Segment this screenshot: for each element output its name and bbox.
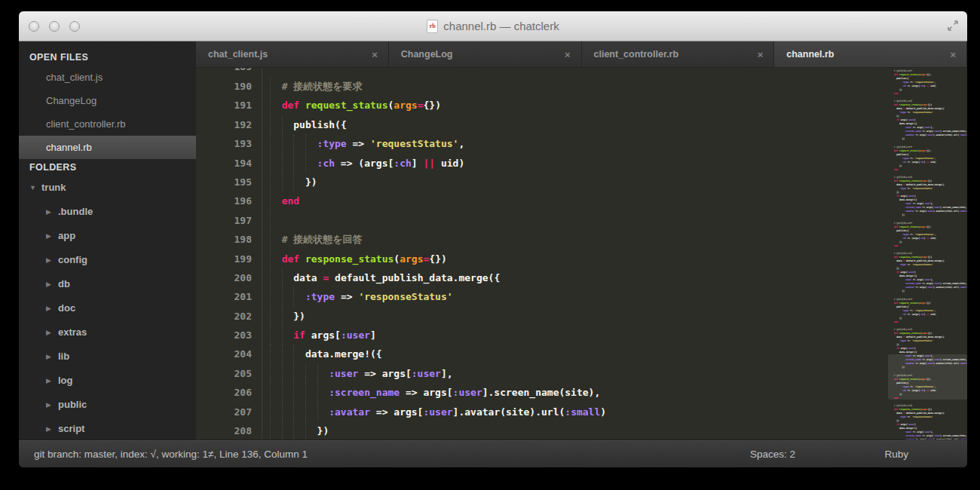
line-number: 206	[196, 383, 262, 402]
triangle-expanded-icon: ▼	[29, 176, 41, 200]
triangle-collapsed-icon: ▶	[46, 296, 58, 320]
code-line[interactable]: 192 publish({	[196, 115, 888, 134]
triangle-collapsed-icon: ▶	[46, 345, 58, 369]
folder-label: db	[58, 278, 70, 289]
tab-close-icon[interactable]: ×	[755, 49, 767, 60]
code-line[interactable]: 197	[196, 211, 888, 230]
sidebar-folder[interactable]: ▶config	[19, 248, 196, 272]
code-line[interactable]: 205 :user => args[:user],	[196, 364, 888, 383]
sidebar-folder[interactable]: ▶app	[19, 224, 196, 248]
triangle-collapsed-icon: ▶	[46, 272, 58, 296]
code-line[interactable]: 202 })	[196, 307, 888, 326]
indent-guide	[282, 268, 294, 287]
code-line[interactable]: 199 def response_status(args={})	[196, 250, 888, 268]
sidebar-folder[interactable]: ▶extras	[19, 320, 196, 345]
folder-label: lib	[58, 351, 69, 362]
indent-guide	[293, 345, 305, 363]
tab-close-icon[interactable]: ×	[562, 49, 574, 60]
sidebar-open-file[interactable]: ChangeLog	[19, 89, 196, 112]
minimize-button[interactable]	[49, 21, 60, 32]
triangle-collapsed-icon: ▶	[46, 369, 58, 393]
line-number: 192	[196, 115, 262, 134]
syntax-mode[interactable]: Ruby	[884, 449, 908, 460]
code-text: # 接続状態を回答	[262, 230, 363, 249]
sidebar: OPEN FILES chat_client.jsChangeLogclient…	[19, 41, 196, 439]
indent-guide	[270, 250, 282, 268]
triangle-collapsed-icon: ▶	[46, 320, 58, 345]
code-line[interactable]: 207 :avatar => args[:user].avatar(site).…	[196, 403, 888, 421]
sidebar-folder[interactable]: ▶script	[19, 417, 196, 439]
sidebar-folder[interactable]: ▶lib	[19, 345, 196, 369]
tab-client_controller.rb[interactable]: client_controller.rb×	[582, 41, 775, 67]
indent-guide	[282, 383, 294, 402]
indent-guide	[305, 364, 317, 383]
sidebar-open-file[interactable]: channel.rb	[19, 136, 196, 159]
code-line[interactable]: 200 data = default_publish_data.merge({	[196, 268, 888, 287]
indent-guide	[270, 134, 282, 153]
line-number: 193	[196, 134, 262, 153]
sidebar-folder[interactable]: ▶.bundle	[19, 200, 196, 224]
code-text: # 接続状態を要求	[262, 77, 363, 96]
indent-guide	[270, 211, 282, 230]
code-text: data.merge!({	[262, 345, 382, 363]
code-line[interactable]: 193 :type => 'requestStatus',	[196, 134, 888, 153]
code-line[interactable]: 196 end	[196, 191, 888, 210]
indent-guide	[270, 383, 282, 402]
code-text: end	[262, 191, 299, 210]
fullscreen-icon[interactable]	[946, 19, 960, 32]
line-number: 198	[196, 230, 262, 249]
editor-window: rb channel.rb — chatclerk OPEN FILES cha…	[19, 11, 967, 467]
sidebar-open-file[interactable]: chat_client.js	[19, 66, 196, 89]
code-line[interactable]: 191 def request_status(args={})	[196, 96, 888, 115]
title-bar[interactable]: rb channel.rb — chatclerk	[19, 11, 967, 41]
indent-guide	[270, 364, 282, 383]
indent-guide	[270, 326, 282, 345]
sidebar-open-file[interactable]: client_controller.rb	[19, 112, 196, 136]
code-line[interactable]: 204 data.merge!({	[196, 345, 888, 363]
tab-close-icon[interactable]: ×	[369, 49, 381, 60]
editor-area[interactable]: 189190 # 接続状態を要求191 def request_status(a…	[196, 68, 967, 439]
code-text: :type => 'requestStatus',	[262, 134, 464, 153]
tab-ChangeLog[interactable]: ChangeLog×	[389, 41, 582, 67]
code-text: :ch => (args[:ch] || uid)	[262, 154, 464, 173]
sidebar-folder[interactable]: ▶log	[19, 369, 196, 393]
sidebar-folder[interactable]: ▶doc	[19, 296, 196, 320]
zoom-button[interactable]	[69, 21, 80, 32]
code-line[interactable]: 195 })	[196, 173, 888, 191]
tab-chat_client.js[interactable]: chat_client.js×	[196, 41, 389, 67]
code-line[interactable]: 198 # 接続状態を回答	[196, 230, 888, 249]
code-text: publish({	[262, 115, 347, 134]
indent-guide	[282, 134, 294, 153]
code-line[interactable]: 203 if args[:user]	[196, 326, 888, 345]
line-number: 204	[196, 345, 262, 363]
code-pane[interactable]: 189190 # 接続状態を要求191 def request_status(a…	[196, 68, 888, 439]
code-line[interactable]: 201 :type => 'responseStatus'	[196, 287, 888, 306]
code-text: })	[262, 173, 317, 191]
indent-guide	[270, 77, 282, 96]
folder-label: script	[58, 423, 84, 434]
minimap-line: })	[891, 289, 967, 293]
code-line[interactable]: 194 :ch => (args[:ch] || uid)	[196, 154, 888, 173]
line-number: 195	[196, 173, 262, 191]
code-line[interactable]: 189	[196, 68, 888, 77]
code-line[interactable]: 208 })	[196, 421, 888, 439]
code-line[interactable]: 206 :screen_name => args[:user].screen_n…	[196, 383, 888, 402]
sidebar-folder-root[interactable]: ▼trunk	[19, 176, 196, 200]
indent-guide	[270, 154, 282, 173]
minimap[interactable]: # 接続状態を要求 def request_status(args={}) pu…	[888, 68, 967, 439]
tab-close-icon[interactable]: ×	[947, 49, 959, 60]
indent-guide	[305, 421, 317, 439]
minimap-viewport[interactable]	[888, 354, 967, 400]
folder-label: log	[58, 375, 73, 386]
sidebar-folder[interactable]: ▶db	[19, 272, 196, 296]
indent-setting[interactable]: Spaces: 2	[750, 449, 795, 460]
code-text: })	[262, 307, 305, 326]
indent-guide	[293, 364, 305, 383]
triangle-collapsed-icon: ▶	[46, 393, 58, 417]
tab-channel.rb[interactable]: channel.rb×	[774, 41, 967, 67]
code-line[interactable]: 190 # 接続状態を要求	[196, 77, 888, 96]
close-button[interactable]	[29, 21, 39, 32]
sidebar-folder[interactable]: ▶public	[19, 393, 196, 417]
indent-guide	[270, 230, 282, 249]
indent-guide	[282, 403, 294, 421]
